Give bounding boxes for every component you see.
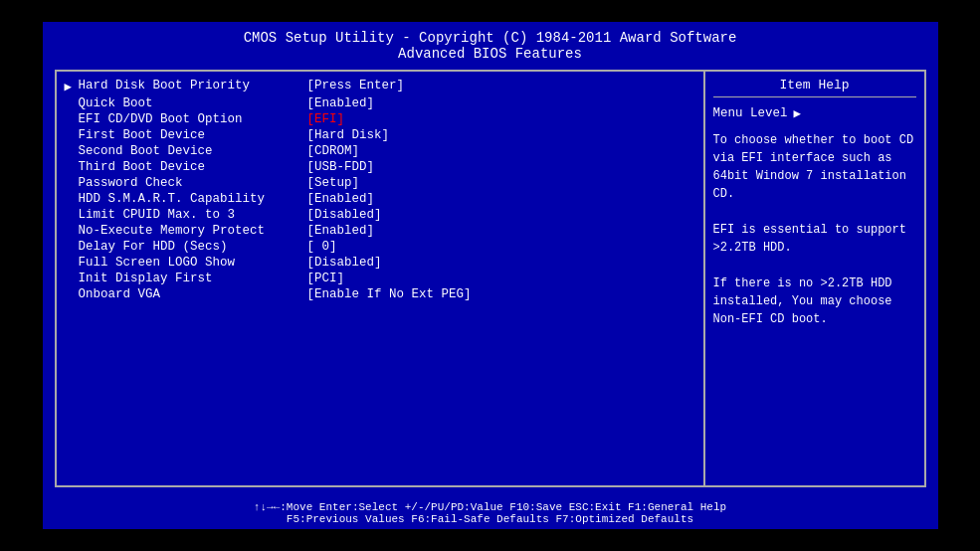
- menu-item-limit-cpuid[interactable]: Limit CPUID Max. to 3[Disabled]: [65, 207, 695, 223]
- menu-level-row: Menu Level ▶: [713, 105, 916, 121]
- menu-arrow-hard-disk-boot-priority: ▶: [65, 79, 79, 94]
- menu-value-full-screen-logo: [Disabled]: [307, 256, 382, 270]
- menu-label-onboard-vga: Onboard VGA: [79, 287, 307, 301]
- menu-value-no-execute: [Enabled]: [307, 224, 375, 238]
- menu-item-second-boot[interactable]: Second Boot Device[CDROM]: [65, 143, 695, 159]
- menu-label-third-boot: Third Boot Device: [79, 160, 307, 174]
- menu-value-init-display: [PCI]: [307, 272, 345, 285]
- menu-item-hdd-smart[interactable]: HDD S.M.A.R.T. Capability[Enabled]: [65, 191, 695, 207]
- menu-value-password-check: [Setup]: [307, 176, 360, 190]
- menu-label-quick-boot: Quick Boot: [79, 96, 307, 110]
- menu-value-hdd-smart: [Enabled]: [307, 192, 375, 206]
- menu-label-efi-cddvd: EFI CD/DVD Boot Option: [79, 112, 307, 126]
- menu-value-third-boot: [USB-FDD]: [307, 160, 375, 174]
- menu-label-first-boot: First Boot Device: [79, 128, 307, 142]
- menu-item-efi-cddvd[interactable]: EFI CD/DVD Boot Option[EFI]: [65, 111, 695, 127]
- menu-label-hard-disk-boot-priority: Hard Disk Boot Priority: [79, 79, 307, 92]
- help-text: To choose whether to boot CD via EFI int…: [713, 131, 916, 328]
- menu-item-full-screen-logo[interactable]: Full Screen LOGO Show[Disabled]: [65, 255, 695, 271]
- bios-screen: CMOS Setup Utility - Copyright (C) 1984-…: [43, 22, 938, 529]
- menu-value-efi-cddvd: [EFI]: [307, 112, 345, 126]
- menu-item-password-check[interactable]: Password Check[Setup]: [65, 175, 695, 191]
- menu-item-onboard-vga[interactable]: Onboard VGA[Enable If No Ext PEG]: [65, 286, 695, 302]
- menu-level-arrow: ▶: [794, 105, 802, 121]
- menu-item-third-boot[interactable]: Third Boot Device[USB-FDD]: [65, 159, 695, 175]
- help-paragraph: If there is no >2.2TB HDD installed, You…: [713, 275, 916, 328]
- menu-value-first-boot: [Hard Disk]: [307, 128, 390, 142]
- menu-value-delay-hdd: [ 0]: [307, 240, 337, 254]
- menu-label-hdd-smart: HDD S.M.A.R.T. Capability: [79, 192, 307, 206]
- menu-value-quick-boot: [Enabled]: [307, 96, 375, 110]
- menu-item-quick-boot[interactable]: Quick Boot[Enabled]: [65, 95, 695, 111]
- bottom-line1: ↑↓→←:Move Enter:Select +/-/PU/PD:Value F…: [55, 501, 926, 513]
- menu-level-label: Menu Level: [713, 106, 788, 120]
- menu-value-second-boot: [CDROM]: [307, 144, 360, 158]
- bottom-line2: F5:Previous Values F6:Fail-Safe Defaults…: [55, 513, 926, 525]
- bottom-bar: ↑↓→←:Move Enter:Select +/-/PU/PD:Value F…: [43, 497, 938, 529]
- menu-label-delay-hdd: Delay For HDD (Secs): [79, 240, 307, 254]
- menu-item-no-execute[interactable]: No-Execute Memory Protect[Enabled]: [65, 223, 695, 239]
- title-line1: CMOS Setup Utility - Copyright (C) 1984-…: [55, 30, 926, 46]
- menu-item-init-display[interactable]: Init Display First[PCI]: [65, 271, 695, 286]
- menu-value-onboard-vga: [Enable If No Ext PEG]: [307, 287, 472, 301]
- menu-label-full-screen-logo: Full Screen LOGO Show: [79, 256, 307, 270]
- left-panel: ▶Hard Disk Boot Priority[Press Enter] Qu…: [57, 72, 705, 485]
- menu-value-limit-cpuid: [Disabled]: [307, 208, 382, 222]
- menu-item-delay-hdd[interactable]: Delay For HDD (Secs)[ 0]: [65, 239, 695, 255]
- menu-item-first-boot[interactable]: First Boot Device[Hard Disk]: [65, 127, 695, 143]
- menu-label-limit-cpuid: Limit CPUID Max. to 3: [79, 208, 307, 222]
- menu-value-hard-disk-boot-priority: [Press Enter]: [307, 79, 405, 92]
- menu-label-no-execute: No-Execute Memory Protect: [79, 224, 307, 238]
- help-paragraph: To choose whether to boot CD via EFI int…: [713, 131, 916, 203]
- item-help-title: Item Help: [713, 78, 916, 97]
- menu-label-second-boot: Second Boot Device: [79, 144, 307, 158]
- menu-label-init-display: Init Display First: [79, 272, 307, 285]
- menu-item-hard-disk-boot-priority[interactable]: ▶Hard Disk Boot Priority[Press Enter]: [65, 78, 695, 95]
- title-line2: Advanced BIOS Features: [55, 46, 926, 62]
- main-content: ▶Hard Disk Boot Priority[Press Enter] Qu…: [55, 70, 926, 487]
- title-area: CMOS Setup Utility - Copyright (C) 1984-…: [55, 30, 926, 62]
- menu-label-password-check: Password Check: [79, 176, 307, 190]
- help-paragraph: EFI is essential to support >2.2TB HDD.: [713, 221, 916, 257]
- right-panel: Item Help Menu Level ▶ To choose whether…: [705, 72, 924, 485]
